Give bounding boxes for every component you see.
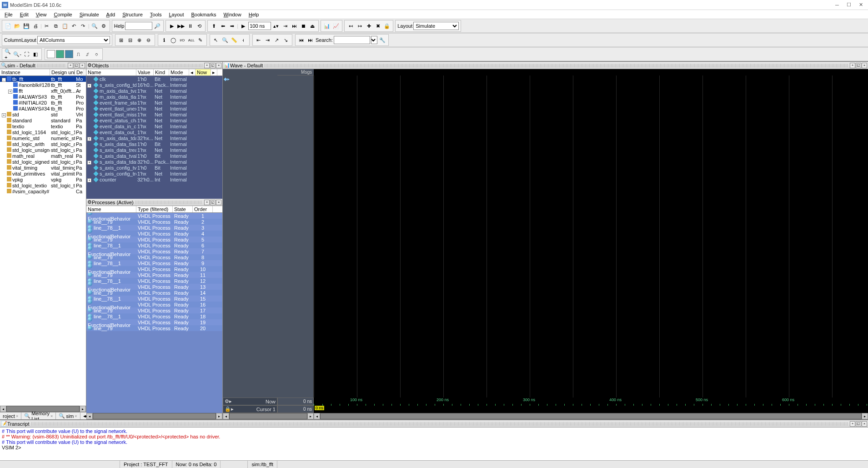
object-row[interactable]: event_frame_start...1'hxNetInternal <box>86 100 222 106</box>
run-all-icon[interactable]: ⏭ <box>290 22 298 30</box>
proc-undock-button[interactable]: ◱ <box>210 200 216 205</box>
redo-icon[interactable]: ↷ <box>79 22 87 30</box>
menu-help[interactable]: Help <box>246 11 262 18</box>
radix5-icon[interactable]: ✎ <box>196 36 205 44</box>
process-row[interactable]: line__79VHDL ProcessReady17 <box>86 307 222 313</box>
wave-cursor-marker[interactable]: 0 ns <box>315 406 324 410</box>
help-input[interactable] <box>125 22 152 30</box>
menu-structure[interactable]: Structure <box>120 11 146 18</box>
stop-icon[interactable]: ⏹ <box>299 22 307 30</box>
menu-add[interactable]: Add <box>104 11 118 18</box>
sim-row[interactable]: #ALWAYS#3tb_fftPro <box>0 94 86 100</box>
object-row[interactable]: clk1'h0BitInternal <box>86 76 222 82</box>
search-input[interactable] <box>334 36 370 44</box>
proc-close-button[interactable]: × <box>216 200 221 205</box>
processes-list[interactable]: FunctionalBehaviorVHDL ProcessReady1line… <box>86 213 222 413</box>
compile-icon[interactable]: ▶ <box>168 22 176 30</box>
objects-add-button[interactable]: + <box>204 63 210 68</box>
zoomfit-icon[interactable]: ◧ <box>31 50 40 58</box>
objects-panel-header[interactable]: ⚙ Objects + ◱ × <box>86 62 222 69</box>
sim-undock-button[interactable]: ◱ <box>74 63 79 68</box>
radix2-icon[interactable]: ◯ <box>169 36 177 44</box>
sim-row[interactable]: math_realmath_realPa <box>0 153 86 159</box>
expand-icon[interactable]: ⊕ <box>135 36 144 44</box>
transcript-prompt[interactable]: VSIM 2> <box>2 445 866 450</box>
zoomfull-icon[interactable]: ⛶ <box>22 50 30 58</box>
zoomin-icon[interactable]: 🔍+ <box>4 50 12 58</box>
menu-bookmarks[interactable]: Bookmarks <box>189 11 219 18</box>
transcript-body[interactable]: # This port will contribute value (U) to… <box>0 428 868 460</box>
trans-prev-icon[interactable]: ⇤ <box>255 36 263 44</box>
edge-icon[interactable]: ⫞ <box>239 36 247 44</box>
processes-column-header[interactable]: Name Type (filtered) State Order <box>86 206 222 213</box>
cursor-left-icon[interactable]: ↤ <box>346 22 355 30</box>
compile-all-icon[interactable]: ▶▶ <box>177 22 185 30</box>
proc-add-button[interactable]: + <box>204 200 210 205</box>
process-row[interactable]: FunctionalBehaviorVHDL ProcessReady13 <box>86 284 222 290</box>
sim-row[interactable]: vital_timingvital_timingPa <box>0 165 86 171</box>
object-row[interactable]: +s_axis_config_tdat...16'h0...Pack...Int… <box>86 82 222 88</box>
object-row[interactable]: +s_axis_data_tdata32'h0...Pack...Interna… <box>86 159 222 165</box>
radix-icon[interactable]: ℹ <box>160 36 168 44</box>
sim-row[interactable]: numeric_stdnumeric_stdPa <box>0 135 86 141</box>
sim-row[interactable]: std_logic_arithstd_logic_a...Pa <box>0 141 86 147</box>
tab-sim[interactable]: 🔍sim× <box>56 413 80 419</box>
object-row[interactable]: s_axis_data_tread...1'hxNetInternal <box>86 147 222 153</box>
scroll-left-icon[interactable]: ◂ <box>314 413 320 419</box>
wave-signal-names[interactable]: ◆▸ <box>223 75 314 398</box>
trans-next-icon[interactable]: ⇥ <box>264 36 272 44</box>
objects-column-header[interactable]: Name Value Kind Mode ◂ Now ▸ <box>86 69 222 76</box>
maximize-button[interactable]: ☐ <box>843 1 854 9</box>
object-row[interactable]: s_axis_config_tval...1'h0BitInternal <box>86 165 222 171</box>
proc-col-order[interactable]: Order <box>193 206 213 212</box>
wave-bg-blue-icon[interactable] <box>65 50 73 58</box>
object-row[interactable]: event_tlast_unexp...1'hxNetInternal <box>86 106 222 111</box>
bookmark-next-icon[interactable]: ⏭ <box>306 36 315 44</box>
new-icon[interactable]: 📄 <box>4 22 12 30</box>
wave-ruler[interactable]: 0 ns 100 ns200 ns300 ns400 ns500 ns600 n… <box>314 398 868 413</box>
obj-col-next-button[interactable]: ▸ <box>211 69 217 75</box>
group-icon[interactable]: ⊞ <box>117 36 125 44</box>
process-row[interactable]: FunctionalBehaviorVHDL ProcessReady4 <box>86 231 222 237</box>
sim-add-button[interactable]: + <box>68 63 73 68</box>
sim-row[interactable]: standardstandardPa <box>0 117 86 123</box>
tab-memory-list[interactable]: 🔍Memory List× <box>21 413 56 419</box>
objects-undock-button[interactable]: ◱ <box>210 63 216 68</box>
proc-col-name[interactable]: Name <box>86 206 136 212</box>
scroll-left-icon[interactable]: ◂ <box>0 406 6 412</box>
object-row[interactable]: s_axis_config_trea...1'hxNetInternal <box>86 171 222 176</box>
scroll-left-icon[interactable]: ◂ <box>86 413 93 419</box>
object-row[interactable]: +counter32'h0...IntInternal <box>86 176 222 182</box>
wave-add-button[interactable]: + <box>850 63 855 68</box>
transcript-add-button[interactable]: + <box>850 421 855 427</box>
process-row[interactable]: line__79VHDL ProcessReady11 <box>86 272 222 278</box>
sim-row[interactable]: std_logic_textiostd_logic_t...Pa <box>0 182 86 188</box>
menu-simulate[interactable]: Simulate <box>77 11 102 18</box>
pointer-icon[interactable]: ↖ <box>212 36 220 44</box>
processes-panel-header[interactable]: ⚙ Processes (Active) + ◱ × <box>86 199 222 206</box>
obj-col-value[interactable]: Value <box>136 69 154 75</box>
wave-tool2-icon[interactable]: 📈 <box>332 22 340 30</box>
process-row[interactable]: line__79VHDL ProcessReady5 <box>86 237 222 242</box>
proc-hscroll[interactable]: ◂ ▸ <box>86 413 222 419</box>
sim-row[interactable]: std_logic_unsignedstd_logic_u...Pa <box>0 147 86 153</box>
wave-panel-header[interactable]: 📊 Wave - Default + ◱ × <box>223 62 868 69</box>
nav-up-icon[interactable]: ⬆ <box>210 22 218 30</box>
objects-list[interactable]: clk1'h0BitInternal+s_axis_config_tdat...… <box>86 76 222 199</box>
bookmark-prev-icon[interactable]: ⏮ <box>297 36 306 44</box>
wave-tool-icon[interactable]: 📊 <box>323 22 331 30</box>
object-row[interactable]: event_data_out_c...1'hxNetInternal <box>86 129 222 135</box>
sim-row[interactable]: std_logic_signedstd_logic_si...Pa <box>0 159 86 165</box>
undo-icon[interactable]: ↶ <box>70 22 78 30</box>
open-icon[interactable]: 📂 <box>13 22 21 30</box>
process-row[interactable]: line__79VHDL ProcessReady14 <box>86 290 222 296</box>
sim-row[interactable]: #ALWAYS#34tb_fftPro <box>0 106 86 111</box>
zoomout-icon[interactable]: 🔍- <box>13 50 21 58</box>
wave-area[interactable]: ◆▸ <box>223 75 868 398</box>
cursor-right-icon[interactable]: ↦ <box>356 22 364 30</box>
save-icon[interactable]: 💾 <box>22 22 30 30</box>
object-row[interactable]: s_axis_data_tvalid1'h0BitInternal <box>86 153 222 159</box>
obj-col-prev-button[interactable]: ◂ <box>189 69 196 75</box>
cursor-del-icon[interactable]: ✖ <box>374 22 382 30</box>
sim-row[interactable]: vpkgvpkgPa <box>0 176 86 182</box>
